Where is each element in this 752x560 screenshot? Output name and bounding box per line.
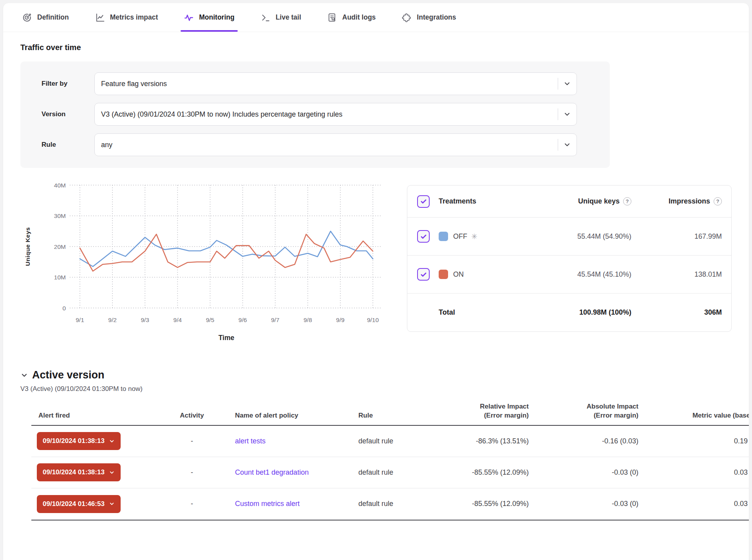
treatments-card: Treatments Unique keys ? Impressions ? O… (407, 185, 732, 332)
tab-live-tail[interactable]: Live tail (259, 3, 303, 32)
page-card: DefinitionMetrics impactMonitoringLive t… (3, 3, 749, 560)
alert-metric-value: 0.03 ( (638, 468, 749, 477)
filter-by-dropdown[interactable]: Feature flag versions (94, 72, 577, 95)
filter-label: Filter by (42, 80, 94, 88)
total-impressions: 306M (631, 308, 731, 317)
treatments-column-header: Treatments (439, 197, 476, 205)
svg-text:10M: 10M (54, 274, 66, 281)
treatment-unique-keys: 45.54M (45.10%) (494, 270, 631, 279)
dropdown-value: Feature flag versions (101, 80, 167, 88)
alert-fired-badge[interactable]: 09/10/2024 01:46:53 (37, 495, 121, 513)
treatments-select-all-checkbox[interactable] (417, 195, 430, 208)
alert-relative-impact: -85.55% (12.09%) (427, 500, 529, 508)
alert-fired-badge[interactable]: 09/10/2024 01:38:13 (37, 463, 121, 481)
divider (558, 78, 558, 90)
filter-panel: Filter byFeature flag versionsVersionV3 … (20, 61, 610, 168)
chevron-down-icon (563, 141, 571, 149)
alert-activity: - (149, 468, 235, 477)
alert-policy-link[interactable]: Count bet1 degradation (235, 468, 309, 476)
tab-audit-logs[interactable]: Audit logs (325, 3, 378, 32)
unique-keys-help-icon[interactable]: ? (623, 197, 631, 205)
chevron-down-icon (109, 438, 115, 444)
alert-activity: - (149, 500, 235, 508)
chart-row: 010M20M30M40M9/19/29/39/49/59/69/79/89/9… (20, 175, 732, 353)
divider (558, 108, 558, 120)
alert-relative-impact: -85.55% (12.09%) (427, 468, 529, 477)
tab-label: Audit logs (342, 13, 376, 22)
treatments-total-row: Total 100.98M (100%) 306M (407, 294, 731, 331)
alert-absolute-impact: -0.03 (0) (529, 468, 638, 477)
alert-row: 09/10/2024 01:38:13-alert testsdefault r… (31, 426, 749, 457)
col-rule: Rule (356, 411, 427, 420)
svg-text:20M: 20M (54, 243, 66, 250)
frozen-asterisk-icon: ✳ (471, 233, 477, 240)
treatments-header-row: Treatments Unique keys ? Impressions ? (407, 185, 731, 218)
tab-definition[interactable]: Definition (20, 3, 70, 32)
svg-text:9/4: 9/4 (174, 317, 182, 323)
monitoring-panel: Traffic over time Filter byFeature flag … (3, 43, 749, 520)
filter-label: Version (42, 110, 94, 118)
rule-dropdown[interactable]: any (94, 133, 577, 156)
unique-keys-column-header: Unique keys (578, 197, 620, 205)
alert-relative-impact: -86.3% (13.51%) (427, 437, 529, 445)
tab-label: Monitoring (199, 13, 234, 22)
alert-policy-link[interactable]: Custom metrics alert (235, 500, 300, 508)
traffic-chart-container: 010M20M30M40M9/19/29/39/49/59/69/79/89/9… (20, 175, 402, 353)
collapse-chevron-icon[interactable] (20, 371, 28, 379)
alert-rule: default rule (356, 500, 427, 508)
version-dropdown[interactable]: V3 (Active) (09/01/2024 01:30PM to now) … (94, 103, 577, 126)
alert-metric-value: 0.03 ( (638, 500, 749, 508)
filter-row-version: VersionV3 (Active) (09/01/2024 01:30PM t… (42, 103, 610, 126)
total-unique-keys: 100.98M (100%) (494, 308, 631, 317)
treatment-on-checkbox[interactable] (417, 268, 430, 281)
svg-text:9/7: 9/7 (271, 317, 280, 323)
impressions-help-icon[interactable]: ? (714, 197, 722, 205)
svg-text:9/9: 9/9 (336, 317, 345, 323)
svg-text:9/5: 9/5 (206, 317, 215, 323)
svg-text:Time: Time (219, 334, 235, 342)
col-activity: Activity (149, 411, 235, 420)
alert-fired-badge[interactable]: 09/10/2024 01:38:13 (37, 432, 121, 450)
monitoring-icon (184, 13, 194, 23)
alerts-table: Alert fired Activity Name of alert polic… (31, 402, 749, 520)
tab-monitoring[interactable]: Monitoring (182, 3, 236, 32)
svg-text:9/6: 9/6 (239, 317, 247, 323)
alert-absolute-impact: -0.16 (0.03) (529, 437, 638, 445)
treatment-off-checkbox[interactable] (417, 230, 430, 243)
active-version-title: Active version (32, 369, 105, 381)
alert-rule: default rule (356, 437, 427, 445)
series-color-swatch (439, 232, 448, 241)
col-relative-impact: Relative Impact (Error margin) (427, 402, 529, 420)
tab-metrics-impact[interactable]: Metrics impact (93, 3, 160, 32)
dropdown-value: V3 (Active) (09/01/2024 01:30PM to now) … (101, 110, 342, 119)
alert-metric-value: 0.19 ( (638, 437, 749, 445)
total-label: Total (439, 308, 455, 317)
svg-text:9/8: 9/8 (304, 317, 312, 323)
alert-row: 09/10/2024 01:46:53-Custom metrics alert… (31, 488, 749, 520)
treatment-unique-keys: 55.44M (54.90%) (494, 232, 631, 241)
treatment-row-on: ON45.54M (45.10%)138.01M (407, 256, 731, 294)
integrations-icon (401, 13, 412, 23)
alert-activity: - (149, 437, 235, 445)
alert-fired-timestamp: 09/10/2024 01:46:53 (43, 500, 105, 508)
alert-rule: default rule (356, 468, 427, 477)
tab-label: Definition (37, 13, 69, 22)
svg-text:30M: 30M (54, 212, 66, 219)
filter-label: Rule (42, 141, 94, 149)
alert-fired-timestamp: 09/10/2024 01:38:13 (43, 468, 105, 476)
traffic-over-time-chart: 010M20M30M40M9/19/29/39/49/59/69/79/89/9… (20, 175, 402, 352)
svg-text:9/2: 9/2 (108, 317, 117, 323)
svg-text:0: 0 (62, 305, 66, 312)
col-absolute-impact: Absolute Impact (Error margin) (529, 402, 638, 420)
chevron-down-icon (109, 501, 115, 507)
treatment-impressions: 167.99M (631, 232, 731, 241)
dropdown-value: any (101, 141, 112, 149)
tab-integrations[interactable]: Integrations (400, 3, 457, 32)
series-line-off (80, 231, 373, 266)
series-color-swatch (439, 270, 448, 279)
col-metric-value: Metric value (basel (638, 411, 749, 420)
alert-policy-link[interactable]: alert tests (235, 437, 266, 445)
chevron-down-icon (563, 80, 571, 88)
filter-row-filter-by: Filter byFeature flag versions (42, 72, 610, 95)
audit-logs-icon (327, 13, 337, 23)
